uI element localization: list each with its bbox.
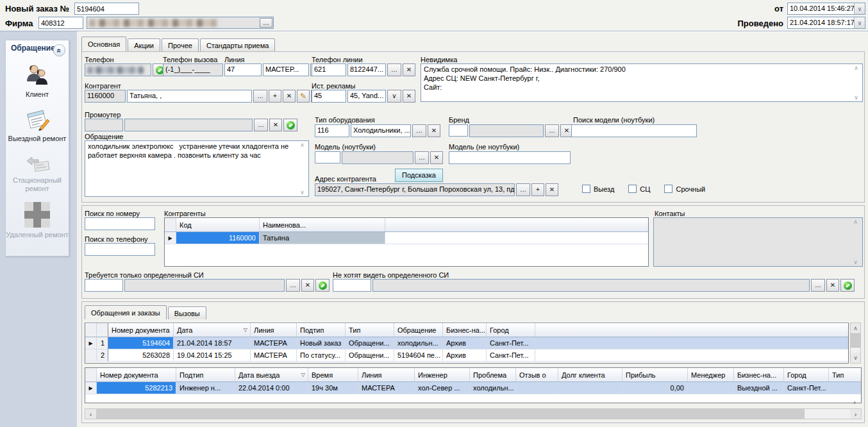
brand-name-field[interactable] — [469, 124, 544, 137]
column-header[interactable]: Номер документа — [97, 368, 176, 381]
equipment-clear-button[interactable]: ✕ — [428, 124, 440, 137]
line-phone-ellipsis-button[interactable]: … — [387, 63, 401, 76]
cell-subtype[interactable]: По статусу... — [297, 349, 346, 362]
phone-field[interactable] — [85, 63, 151, 76]
tab-orders-history[interactable]: Обращения и заказы — [85, 305, 167, 319]
model-other-input[interactable] — [449, 151, 571, 164]
contractor-name-field[interactable]: Татьяна, , — [127, 90, 252, 103]
column-header[interactable]: Наименова... — [260, 218, 385, 231]
cell-business[interactable]: Архив — [443, 337, 487, 349]
cell-date[interactable]: 19.04.2014 15:25 — [174, 349, 251, 362]
model-laptop-ellipsis-button[interactable]: … — [415, 151, 429, 164]
model-laptop-code-input[interactable] — [315, 151, 340, 163]
equipment-code-field[interactable]: 116 — [315, 124, 349, 137]
column-header[interactable]: Номер документа — [108, 323, 174, 337]
cell-line[interactable]: МАСТЕРА — [358, 382, 415, 394]
brand-ellipsis-button[interactable]: … — [545, 124, 559, 137]
posted-date-combo[interactable]: 21.04.2014 18:57:17 ∨ — [787, 17, 865, 29]
scroll-up-icon[interactable]: ∧ — [851, 323, 860, 333]
address-ellipsis-button[interactable]: … — [516, 183, 530, 196]
equipment-name-field[interactable]: Холодильники, ... — [351, 124, 411, 137]
column-header-sorted[interactable]: Дата выезда▽ — [235, 368, 308, 381]
line-phone-clear-button[interactable]: ✕ — [403, 63, 415, 76]
cell-type[interactable]: Обращени... — [346, 349, 394, 362]
scroll-down-icon[interactable]: ∨ — [300, 189, 305, 196]
chevron-down-icon[interactable]: ∨ — [854, 3, 865, 14]
scroll-right-icon[interactable]: › — [850, 409, 861, 419]
scroll-up-icon[interactable]: ∧ — [300, 142, 305, 148]
line-code-field[interactable]: 47 — [224, 63, 262, 76]
promoter-clear-button[interactable]: ✕ — [269, 119, 282, 131]
checkbox-sc[interactable] — [628, 185, 637, 193]
line-phone-name-field[interactable]: 8122447... — [347, 63, 386, 76]
invisible-textarea[interactable]: Служба срочной помощи. Прайс: Низк.. Диа… — [421, 63, 863, 102]
column-header[interactable]: Проблема — [470, 368, 516, 381]
column-header[interactable]: Тип — [829, 368, 862, 381]
column-header[interactable]: Обращение — [394, 323, 443, 337]
visits-scroll-right-icon[interactable]: › — [850, 398, 859, 406]
invisible-scrollbar[interactable]: ∧ ∨ — [852, 65, 860, 101]
excluded-si-code-input[interactable] — [333, 279, 371, 292]
cell-manager[interactable] — [688, 382, 734, 394]
excluded-si-clear-button[interactable]: ✕ — [826, 279, 839, 292]
model-search-input[interactable] — [571, 124, 697, 137]
tab-prochee[interactable]: Прочее — [162, 38, 199, 51]
orders-vertical-scrollbar[interactable]: ∧ ∨ — [850, 322, 861, 364]
model-laptop-clear-button[interactable]: ✕ — [430, 151, 443, 164]
column-header[interactable]: Время — [308, 368, 358, 381]
firm-code-input[interactable] — [38, 17, 83, 29]
ad-source-clear-button[interactable]: ✕ — [403, 90, 415, 103]
excluded-si-field[interactable] — [372, 279, 810, 292]
contractor-code-field[interactable]: 1160000 — [85, 90, 126, 103]
column-header[interactable]: Долг клиента — [558, 368, 622, 381]
sidebar-item-remote-repair[interactable]: Удаленный ремонт — [6, 201, 69, 239]
column-header[interactable]: Тип — [346, 323, 394, 337]
order-number-input[interactable] — [74, 3, 139, 15]
line-name-field[interactable]: МАСТЕР... — [263, 63, 309, 76]
sidebar-item-stationary-repair[interactable]: Стационарный ремонт — [6, 151, 69, 193]
firm-name-field[interactable]: … — [87, 17, 274, 29]
orders-row-1[interactable]: ▶ 1 5194604 21.04.2014 18:57 МАСТЕРА Нов… — [85, 337, 848, 349]
address-add-button[interactable]: + — [531, 183, 544, 196]
cell-time[interactable]: 19ч 30м — [308, 382, 358, 394]
tab-akcii[interactable]: Акции — [128, 38, 160, 51]
scroll-down-icon[interactable]: ∨ — [854, 94, 858, 101]
contractor-add-button[interactable]: + — [269, 90, 281, 103]
cell-request[interactable]: холодильн... — [394, 337, 443, 349]
collapse-chevron-icon[interactable]: « — [53, 44, 65, 56]
cell-type[interactable] — [829, 382, 862, 394]
hint-button[interactable]: Подсказка — [395, 169, 443, 182]
cell-line[interactable]: МАСТЕРА — [251, 337, 297, 349]
equipment-ellipsis-button[interactable]: … — [412, 124, 426, 137]
cell-city[interactable]: Санкт-Пет... — [487, 349, 535, 362]
promoter-call-button[interactable] — [283, 119, 297, 131]
ad-source-code-field[interactable]: 45 — [312, 90, 346, 103]
required-si-field[interactable] — [124, 279, 285, 292]
request-scrollbar[interactable]: ∧ ∨ — [298, 142, 306, 196]
cell-city[interactable]: Санкт-Пет... — [487, 337, 535, 349]
cell-profit[interactable]: 0,00 — [622, 382, 688, 394]
scroll-down-icon[interactable]: ∨ — [853, 259, 858, 265]
scrollbar-thumb[interactable] — [851, 333, 860, 347]
contractor-clear-button[interactable]: ✕ — [283, 90, 296, 103]
cell-line[interactable]: МАСТЕРА — [251, 349, 297, 362]
cell-business[interactable]: Архив — [443, 349, 487, 362]
cell-subtype[interactable]: Новый заказ — [297, 337, 346, 349]
column-header[interactable]: Инженер — [415, 368, 470, 381]
cell-engineer[interactable]: хол-Север ... — [415, 382, 470, 394]
address-field[interactable]: 195027, Санкт-Петербург г, Большая Порох… — [315, 183, 515, 196]
column-header[interactable]: Подтип — [297, 323, 346, 337]
sidebar-item-onsite-repair[interactable]: Выездной ремонт — [6, 106, 69, 143]
orders-row-2[interactable]: 2 5263028 19.04.2014 15:25 МАСТЕРА По ст… — [85, 349, 848, 362]
cell-business[interactable]: Выездной ... — [734, 382, 784, 394]
line-phone-code-field[interactable]: 621 — [312, 63, 346, 76]
contacts-scrollbar[interactable]: ∧ ∨ — [851, 219, 860, 265]
column-header[interactable]: Менеджер — [688, 368, 734, 381]
required-si-clear-button[interactable]: ✕ — [301, 279, 314, 292]
cell-debt[interactable] — [558, 382, 622, 394]
promoter-code-field[interactable] — [85, 119, 123, 131]
address-clear-button[interactable]: ✕ — [546, 183, 558, 196]
checkbox-vyezd[interactable] — [582, 185, 590, 193]
required-si-ellipsis-button[interactable]: … — [286, 279, 300, 292]
cell-subtype[interactable]: Инженер н... — [176, 382, 235, 394]
